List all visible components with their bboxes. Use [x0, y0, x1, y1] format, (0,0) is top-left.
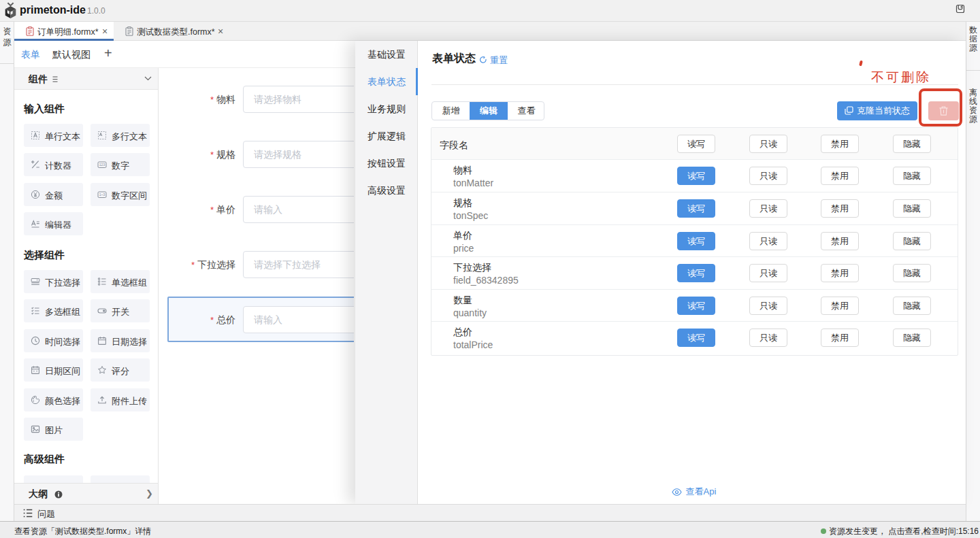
- svg-text:123: 123: [99, 163, 105, 167]
- svg-text:1~3: 1~3: [99, 192, 105, 197]
